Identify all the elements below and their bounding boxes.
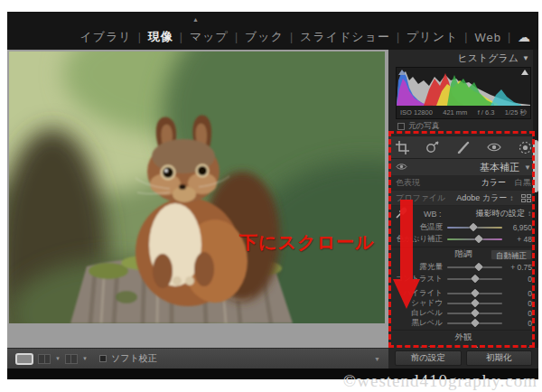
chevron-down-icon[interactable]: ▼ [374,356,380,362]
photo-viewer-area [7,50,388,348]
tone-section-header: 階調 自動補正 [388,247,538,261]
masking-icon[interactable] [517,139,533,155]
slider-thumb[interactable] [474,234,483,243]
exif-info-row: ISO 12800 421 mm f / 6.3 1/25 秒 [397,108,530,117]
chevron-down-icon: ▼ [524,163,531,172]
module-picker-bar: ▲ イブラリ | 現像 | マップ | ブック | スライドショー | プリント… [7,12,538,50]
shadows-slider-track[interactable] [447,303,502,304]
crop-icon[interactable] [394,139,410,155]
menu-separator: | [464,31,468,43]
heal-icon[interactable] [425,139,441,155]
original-photo-checkbox[interactable] [397,123,405,130]
updown-icon[interactable]: ↕ [528,210,531,218]
loupe-view-button[interactable] [15,353,33,365]
slider-temp: 色温度 6,950 [388,221,538,233]
whites-slider-track[interactable] [447,313,502,314]
white-balance-row: WB : 撮影時の設定 ↕ [388,206,538,221]
wb-label: WB : [424,210,442,219]
module-book[interactable]: ブック [245,29,284,45]
slider-thumb[interactable] [474,262,483,271]
updown-icon[interactable]: ↕ [509,194,513,202]
histogram-panel[interactable]: ISO 12800 421 mm f / 6.3 1/25 秒 [396,67,531,119]
annotation-scroll-text: 下にスクロール [239,230,374,255]
treatment-row: 色表現 カラー 白黒 [388,175,538,190]
profile-browser-icon[interactable] [521,194,531,202]
original-photo-row: 元の写真 [388,119,538,133]
module-web[interactable]: Web [474,31,501,44]
photo-squirrel [9,51,385,323]
treatment-bw-option[interactable]: 白黒 [515,177,531,189]
tint-slider-track[interactable] [447,238,502,240]
slider-highlights: ハイライト 0 [388,288,538,298]
slider-thumb[interactable] [471,288,480,297]
blacks-slider-track[interactable] [447,322,502,324]
brush-icon[interactable] [455,139,472,155]
shutter-value: 1/25 秒 [505,108,527,117]
compare-view-button[interactable] [65,354,78,364]
menu-separator: | [508,31,511,43]
slider-thumb[interactable] [471,298,480,307]
soft-proof-checkbox[interactable] [99,355,107,362]
presence-section-header: 外観 [388,330,538,344]
auto-tone-button[interactable]: 自動補正 [491,249,532,260]
panel-switch-eye-icon[interactable] [396,163,407,173]
tone-label: 階調 [455,248,472,260]
collapse-panel-arrow-icon[interactable]: ▲ [192,16,199,23]
soft-proof-label: ソフト校正 [111,352,157,365]
content-area: ヒストグラム ▼ ISO 12800 421 m [7,50,538,348]
histogram-graph [397,68,530,106]
before-after-view-button[interactable] [38,354,51,364]
slider-shadows: シャドウ 0 [388,298,538,308]
shadow-clipping-icon[interactable] [398,70,406,75]
module-library[interactable]: イブラリ [80,29,132,45]
cloud-sync-icon[interactable]: ☁ [518,30,531,44]
slider-thumb[interactable] [469,222,478,231]
treatment-color-option[interactable]: カラー [481,177,506,189]
highlights-slider-track[interactable] [447,293,502,294]
watermark-text: ©westend410graphy.com [343,371,537,391]
module-map[interactable]: マップ [190,29,229,45]
histogram-header[interactable]: ヒストグラム ▼ [388,50,538,67]
reset-button[interactable]: 初期化 [466,350,533,366]
module-slideshow[interactable]: スライドショー [300,29,390,45]
chevron-down-icon[interactable]: ▼ [82,356,88,361]
presence-label: 外観 [455,331,472,343]
menu-separator: | [290,31,294,43]
panel-footer: 前の設定 初期化 [388,348,538,369]
panel-scrollbar[interactable] [533,50,538,348]
view-toolbar: ▼ ▼ ソフト校正 ▼ [7,348,388,369]
basic-panel-title: 基本補正 [480,161,519,174]
slider-whites: 白レベル 0 [388,308,538,318]
eyedropper-icon[interactable] [396,207,407,220]
red-eye-icon[interactable] [486,139,502,155]
profile-value[interactable]: Adobe カラー [456,192,507,204]
profile-label: プロファイル [396,192,445,204]
basic-panel-header[interactable]: 基本補正 ▼ [388,159,538,175]
slider-thumb[interactable] [471,308,480,317]
slider-thumb[interactable] [471,274,480,283]
aperture-value: f / 6.3 [478,108,495,117]
contrast-slider-track[interactable] [447,278,502,280]
right-panel: ヒストグラム ▼ ISO 12800 421 m [388,50,538,348]
temp-slider-track[interactable] [447,227,502,229]
scrollbar-thumb[interactable] [533,140,538,192]
menu-separator: | [235,31,238,43]
module-develop[interactable]: 現像 [148,29,173,45]
exposure-slider-track[interactable] [447,266,502,268]
soft-proof-control: ソフト校正 [99,352,157,365]
iso-value: ISO 12800 [400,108,433,117]
chevron-down-icon[interactable]: ▼ [55,356,61,361]
previous-settings-button[interactable]: 前の設定 [395,350,462,366]
highlight-clipping-icon[interactable] [521,70,528,75]
lightroom-window: ▲ イブラリ | 現像 | マップ | ブック | スライドショー | プリント… [7,12,538,379]
slider-blacks: 黒レベル 0 [388,318,538,328]
original-photo-label: 元の写真 [408,121,439,132]
histogram-title: ヒストグラム [458,51,519,65]
menu-separator: | [397,31,400,43]
slider-thumb[interactable] [471,318,480,327]
chevron-down-icon: ▼ [522,54,529,62]
module-print[interactable]: プリント [406,29,458,45]
wb-value[interactable]: 撮影時の設定 [476,208,525,219]
slider-tint: 色かぶり補正 + 48 [388,233,538,245]
squirrel-scene [9,51,385,323]
